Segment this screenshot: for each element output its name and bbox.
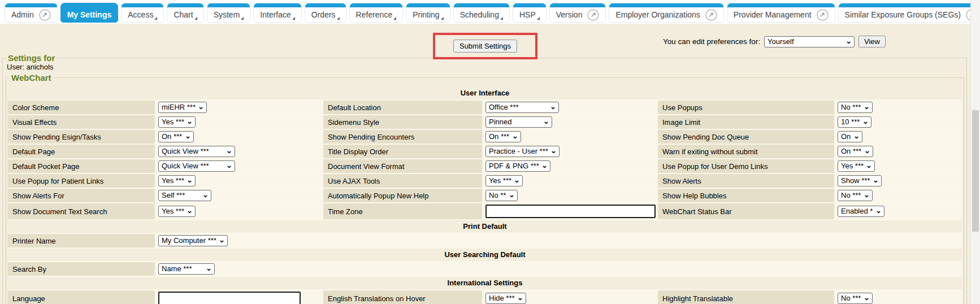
setting-label-use-ajax-tools: Use AJAX Tools xyxy=(323,174,482,189)
setting-select-english-translations-on-hover[interactable]: Hide *** xyxy=(485,293,526,304)
tab-my-settings[interactable]: My Settings xyxy=(60,3,119,23)
setting-select-printer-name[interactable]: My Computer *** xyxy=(158,235,228,246)
setting-label-document-view-format: Document View Format xyxy=(323,159,482,174)
submit-settings-button[interactable]: Submit Settings xyxy=(453,40,517,53)
setting-value-cell: Quick View ***⌄ xyxy=(155,145,323,159)
setting-select-use-popup-for-user-demo-links[interactable]: Yes *** xyxy=(838,160,875,172)
setting-label-show-alerts-for: Show Alerts For xyxy=(8,189,155,203)
tab-reference[interactable]: Reference xyxy=(349,3,404,23)
setting-select-webchart-status-bar[interactable]: Enabled * xyxy=(838,206,884,217)
setting-select-default-location[interactable]: Office *** xyxy=(485,102,559,113)
setting-input-language[interactable] xyxy=(158,292,301,304)
tab-chart[interactable]: Chart xyxy=(167,3,203,23)
scrollbar-thumb[interactable] xyxy=(972,110,979,232)
setting-select-use-popup-for-patient-links[interactable]: Yes *** xyxy=(158,175,196,186)
tab-hsp[interactable]: HSP xyxy=(513,3,547,23)
external-link-icon: ↗ xyxy=(587,9,599,21)
tab-accent-bar xyxy=(61,3,118,7)
setting-value-cell: On ***⌄ xyxy=(155,130,323,145)
setting-select-highlight-translatable[interactable]: No *** xyxy=(838,293,873,304)
tab-label: Scheduling xyxy=(460,10,499,19)
tab-label: Access xyxy=(128,10,153,19)
setting-label-visual-effects: Visual Effects xyxy=(8,115,155,130)
setting-select-visual-effects[interactable]: Yes *** xyxy=(158,116,196,128)
setting-select-color-scheme[interactable]: miEHR *** xyxy=(158,102,207,113)
tab-scheduling[interactable]: Scheduling xyxy=(453,3,510,23)
external-link-icon: ↗ xyxy=(39,9,51,21)
tab-system[interactable]: System xyxy=(207,3,251,23)
setting-label-highlight-translatable: Highlight Translatable xyxy=(658,290,834,304)
tab-accent-bar xyxy=(454,3,509,7)
setting-value-cell: miEHR ***⌄ xyxy=(155,101,323,115)
tab-label: HSP xyxy=(519,10,536,19)
tab-printing[interactable]: Printing xyxy=(406,3,450,23)
tab-label: Similar Exposure Groups (SEGs) xyxy=(845,10,961,19)
view-button[interactable]: View xyxy=(858,36,886,47)
setting-select-sidemenu-style[interactable]: Pinned xyxy=(485,116,552,128)
tab-employer-organizations[interactable]: Employer Organizations↗ xyxy=(609,3,723,23)
menu-corner-icon xyxy=(241,17,244,20)
settings-for-fieldset: Settings for User: anichols WebChart Use… xyxy=(2,53,967,304)
setting-label-search-by: Search By xyxy=(8,262,155,277)
tab-accent-bar xyxy=(839,3,980,7)
tab-provider-management[interactable]: Provider Management↗ xyxy=(727,3,835,23)
tab-orders[interactable]: Orders xyxy=(305,3,346,23)
tab-accent-bar xyxy=(305,3,346,7)
setting-select-show-pending-esign-tasks[interactable]: On *** xyxy=(158,131,194,142)
menu-corner-icon xyxy=(194,17,197,20)
menu-corner-icon xyxy=(393,17,396,20)
edit-preferences-for-select[interactable]: Yourself xyxy=(764,36,855,47)
annotation-red-box: Submit Settings xyxy=(433,33,537,59)
setting-label-english-translations-on-hover: English Translations on Hover xyxy=(323,290,482,304)
setting-value-cell: PDF & PNG ***⌄ xyxy=(482,159,658,174)
tab-version[interactable]: Version↗ xyxy=(549,3,606,23)
setting-value-cell: No **⌄ xyxy=(482,189,658,203)
setting-select-show-pending-doc-queue[interactable]: On xyxy=(838,131,862,142)
setting-input-time-zone[interactable] xyxy=(485,205,656,218)
setting-select-default-page[interactable]: Quick View *** xyxy=(158,146,235,157)
tab-bar: Admin↗My SettingsAccessChartSystemInterf… xyxy=(0,0,980,24)
setting-label-color-scheme: Color Scheme xyxy=(8,101,155,115)
setting-select-default-pocket-page[interactable]: Quick View *** xyxy=(158,160,235,172)
setting-value-cell: Office ***⌄ xyxy=(482,101,658,115)
setting-select-show-alerts[interactable]: Show *** xyxy=(838,175,882,186)
menu-corner-icon xyxy=(500,17,503,20)
setting-select-document-view-format[interactable]: PDF & PNG *** xyxy=(485,160,550,172)
section-header-user-interface: User Interface xyxy=(8,87,962,101)
setting-value-cell: Self ***⌄ xyxy=(155,189,323,203)
setting-label-default-pocket-page: Default Pocket Page xyxy=(8,159,155,174)
setting-value-cell: Show ***⌄ xyxy=(834,174,962,189)
setting-select-show-alerts-for[interactable]: Self *** xyxy=(158,190,211,201)
setting-select-automatically-popup-new-help[interactable]: No ** xyxy=(485,190,518,201)
setting-select-show-help-bubbles[interactable]: No *** xyxy=(838,190,873,201)
tab-access[interactable]: Access xyxy=(121,3,164,23)
setting-select-use-ajax-tools[interactable]: Yes *** xyxy=(485,175,523,186)
setting-select-title-display-order[interactable]: Practice - User *** xyxy=(485,146,560,157)
setting-label-automatically-popup-new-help: Automatically Popup New Help xyxy=(323,189,482,203)
setting-select-show-document-text-search[interactable]: Yes *** xyxy=(158,206,196,217)
setting-value-cell: Yes ***⌄ xyxy=(155,203,323,220)
tab-label: Interface xyxy=(260,10,290,19)
setting-value-cell: No ***⌄ xyxy=(834,189,962,203)
setting-value-cell: On ***⌄ xyxy=(834,145,962,159)
setting-select-image-limit[interactable]: 10 *** xyxy=(838,116,871,128)
setting-label-show-document-text-search: Show Document Text Search xyxy=(8,203,155,220)
tab-admin[interactable]: Admin↗ xyxy=(5,3,58,23)
menu-corner-icon xyxy=(154,17,157,20)
user-line: User: anichols xyxy=(7,63,964,71)
setting-label-show-pending-esign-tasks: Show Pending Esign/Tasks xyxy=(8,130,155,145)
setting-value-cell: Yes ***⌄ xyxy=(482,174,658,189)
setting-select-show-pending-encounters[interactable]: On *** xyxy=(485,131,521,142)
setting-select-warn-if-exiting-without-submit[interactable]: On *** xyxy=(838,146,873,157)
tab-accent-bar xyxy=(350,3,403,7)
tab-interface[interactable]: Interface xyxy=(253,3,301,23)
setting-label-webchart-status-bar: WebChart Status Bar xyxy=(658,203,834,220)
tab-similar-exposure-groups-segs[interactable]: Similar Exposure Groups (SEGs)↗ xyxy=(838,3,980,23)
empty-cell xyxy=(323,262,962,277)
vertical-scrollbar[interactable] xyxy=(970,0,980,304)
tab-label: Admin xyxy=(11,10,34,19)
setting-select-search-by[interactable]: Name *** xyxy=(158,263,215,275)
setting-select-use-popups[interactable]: No *** xyxy=(838,102,873,113)
setting-label-use-popup-for-patient-links: Use Popup for Patient Links xyxy=(8,174,155,189)
setting-value-cell: Quick View ***⌄ xyxy=(155,159,323,174)
